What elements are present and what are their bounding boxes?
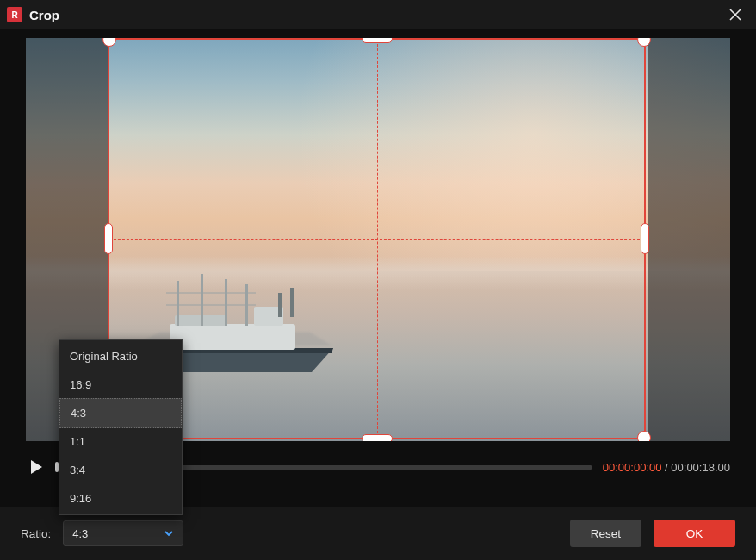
svg-rect-13 (290, 288, 294, 317)
close-button[interactable] (723, 3, 747, 27)
window-title: Crop (29, 8, 59, 22)
ratio-option[interactable]: 1:1 (59, 427, 182, 456)
current-time: 00:00:00:00 (603, 461, 662, 474)
app-icon: R (7, 7, 22, 22)
ratio-option[interactable]: 16:9 (59, 370, 182, 399)
ratio-option[interactable]: 4:3 (59, 398, 182, 428)
ratio-select[interactable]: 4:3 (63, 520, 183, 546)
ratio-option[interactable]: 9:16 (59, 484, 182, 513)
chevron-down-icon (164, 529, 174, 538)
ok-button[interactable]: OK (654, 520, 735, 547)
ratio-label: Ratio: (21, 527, 51, 540)
svg-rect-8 (225, 279, 227, 326)
svg-rect-7 (201, 274, 203, 326)
title-bar: R Crop (0, 0, 756, 29)
duration: 00:00:18.00 (671, 461, 730, 474)
ratio-option[interactable]: 3:4 (59, 456, 182, 484)
crop-handle-bottom-right[interactable] (637, 431, 651, 441)
ratio-option[interactable]: Original Ratio (59, 342, 182, 370)
crop-handle-left[interactable] (104, 223, 113, 254)
time-display: 00:00:00:00 / 00:00:18.00 (603, 461, 730, 474)
crop-handle-top[interactable] (362, 38, 393, 43)
crop-handle-right[interactable] (641, 223, 649, 254)
crop-dim-right (648, 38, 730, 441)
svg-rect-6 (177, 281, 179, 326)
time-separator: / (661, 461, 671, 474)
svg-rect-3 (170, 324, 295, 350)
svg-rect-12 (278, 293, 282, 317)
reset-button[interactable]: Reset (570, 520, 641, 547)
play-button[interactable] (26, 457, 46, 477)
ratio-select-value: 4:3 (72, 527, 88, 540)
ratio-dropdown[interactable]: Original Ratio16:94:31:13:49:16 (59, 339, 183, 515)
crop-handle-bottom[interactable] (362, 434, 393, 441)
